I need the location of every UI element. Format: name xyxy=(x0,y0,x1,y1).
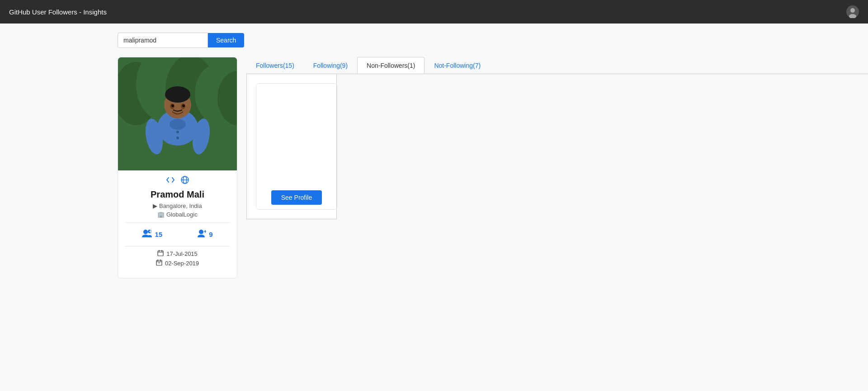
followers-icon xyxy=(142,229,152,240)
body-row: Pramod Mali ▶ Bangalore, India 🏢 GlobalL… xyxy=(118,57,868,278)
svg-point-1 xyxy=(850,8,855,13)
main-content: Search xyxy=(0,24,868,278)
created-date-row: 17-Jul-2015 xyxy=(125,250,230,258)
profile-company: 🏢 GlobalLogic xyxy=(125,211,230,218)
profile-card-body: Pramod Mali ▶ Bangalore, India 🏢 GlobalL… xyxy=(118,170,237,267)
tab-following[interactable]: Following(9) xyxy=(304,57,357,74)
following-stat: 9 xyxy=(196,229,212,240)
profile-stats-row: 15 9 xyxy=(125,226,230,242)
profile-name: Pramod Mali xyxy=(125,189,230,200)
svg-point-16 xyxy=(176,137,179,139)
search-row: Search xyxy=(118,33,868,48)
svg-rect-31 xyxy=(158,251,163,256)
user-avatar[interactable] xyxy=(846,5,859,18)
globe-icon xyxy=(181,176,189,186)
created-date: 17-Jul-2015 xyxy=(166,250,198,257)
tab-followers[interactable]: Followers(15) xyxy=(246,57,304,74)
svg-point-28 xyxy=(199,230,203,234)
profile-divider-2 xyxy=(125,246,230,246)
tab-not-following[interactable]: Not-Following(7) xyxy=(425,57,490,74)
tab-non-followers[interactable]: Non-Followers(1) xyxy=(357,57,425,74)
svg-point-19 xyxy=(171,104,174,107)
tab-content-non-followers: See Profile xyxy=(246,74,337,219)
profile-dates: 17-Jul-2015 02-Sep-2019 xyxy=(125,250,230,267)
company-icon: 🏢 xyxy=(157,211,165,218)
tabs-row: Followers(15) Following(9) Non-Followers… xyxy=(246,57,868,74)
nonfollower-card: See Profile xyxy=(256,83,337,210)
svg-point-20 xyxy=(182,104,185,107)
profile-card: Pramod Mali ▶ Bangalore, India 🏢 GlobalL… xyxy=(118,57,237,278)
location-icon: ▶ xyxy=(153,203,157,209)
svg-point-12 xyxy=(170,119,186,130)
followers-count: 15 xyxy=(155,231,162,238)
search-button[interactable]: Search xyxy=(208,33,244,47)
svg-point-11 xyxy=(165,86,190,103)
profile-divider xyxy=(125,222,230,223)
followers-stat: 15 xyxy=(142,229,162,240)
app-header: GitHub User Followers - Insights xyxy=(0,0,868,24)
calendar-refresh-icon xyxy=(156,259,162,267)
search-input[interactable] xyxy=(118,33,208,48)
profile-photo xyxy=(118,57,237,170)
svg-point-24 xyxy=(143,230,148,234)
updated-date: 02-Sep-2019 xyxy=(165,260,199,267)
profile-icons-row xyxy=(125,176,230,186)
see-profile-button[interactable]: See Profile xyxy=(271,190,322,205)
app-title: GitHub User Followers - Insights xyxy=(9,8,107,16)
code-icon xyxy=(166,176,175,186)
calendar-icon xyxy=(157,250,164,258)
svg-point-15 xyxy=(176,131,179,133)
following-icon xyxy=(196,229,206,240)
following-count: 9 xyxy=(209,231,212,238)
tabs-panel: Followers(15) Following(9) Non-Followers… xyxy=(246,57,868,219)
profile-location: ▶ Bangalore, India xyxy=(125,203,230,209)
updated-date-row: 02-Sep-2019 xyxy=(125,259,230,267)
